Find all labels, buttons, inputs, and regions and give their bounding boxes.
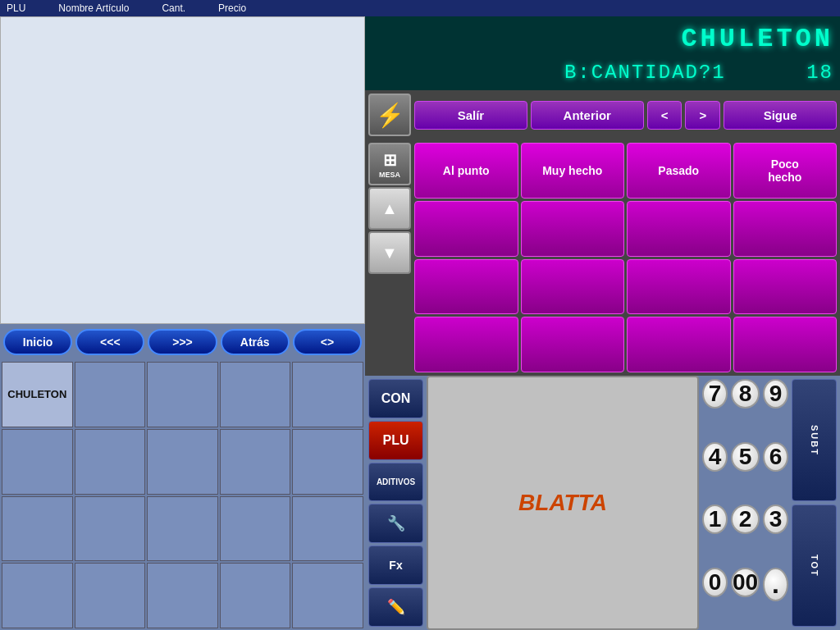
num-4[interactable]: 4 — [702, 442, 728, 472]
menu-btn-r3c1[interactable] — [414, 317, 518, 372]
lightning-button[interactable]: ⚡ — [368, 94, 411, 136]
category-cell-10[interactable] — [2, 496, 73, 562]
category-cell-18[interactable] — [220, 563, 291, 628]
category-cell-11[interactable] — [75, 496, 146, 562]
plu-col-header: PLU — [7, 2, 25, 14]
category-cell-19[interactable] — [292, 563, 363, 628]
category-cell-13[interactable] — [220, 496, 291, 562]
display-screen: CHULETON B:CANTIDAD?1 18 — [365, 16, 840, 90]
num-0[interactable]: 0 — [702, 568, 728, 597]
menu-area: ⊞ MESA ▲ ▼ Al punto Muy hecho Pasado Poc… — [365, 139, 840, 376]
func-col: CON PLU ADITIVOS 🔧 Fx ✏️ — [365, 376, 427, 630]
menu-btn-r2c4[interactable] — [733, 259, 838, 315]
num-2[interactable]: 2 — [731, 504, 760, 534]
category-cell-9[interactable] — [292, 429, 363, 495]
sigue-button[interactable]: Sigue — [724, 101, 837, 130]
menu-btn-r2c1[interactable] — [414, 259, 518, 315]
num-6[interactable]: 6 — [763, 442, 788, 472]
display-prompt-text: B:CANTIDAD?1 — [564, 62, 726, 84]
left-arrow-button[interactable]: < — [647, 101, 682, 130]
side-buttons: S​U​B​T T​O​T — [792, 379, 837, 627]
right-arrow-button[interactable]: > — [685, 101, 720, 130]
category-cell-12[interactable] — [147, 496, 218, 562]
control-row: ⚡ Salír Anterior < > Sigue — [365, 90, 840, 139]
right-panel: CHULETON B:CANTIDAD?1 18 ⚡ Salír Anterio… — [365, 16, 840, 630]
menu-btn-r2c3[interactable] — [627, 259, 731, 315]
scroll-down-button[interactable]: ▼ — [368, 231, 411, 274]
salir-button[interactable]: Salír — [414, 101, 527, 130]
menu-buttons: Al punto Muy hecho Pasado Poco hecho — [413, 141, 838, 374]
category-cell-7[interactable] — [147, 429, 218, 495]
category-cell-17[interactable] — [147, 563, 218, 628]
nombre-col-header: Nombre Artículo — [58, 2, 129, 14]
category-grid: CHULETON — [0, 360, 365, 630]
category-cell-15[interactable] — [2, 563, 73, 628]
aditivos-button[interactable]: ADITIVOS — [368, 463, 423, 502]
category-cell-0[interactable]: CHULETON — [2, 362, 73, 427]
cant-col-header: Cant. — [162, 2, 185, 14]
wrench-button[interactable]: 🔧 — [368, 504, 423, 543]
num-dot[interactable]: . — [763, 568, 788, 601]
al-punto-button[interactable]: Al punto — [414, 143, 518, 199]
muy-hecho-button[interactable]: Muy hecho — [521, 143, 625, 199]
menu-btn-r1c4[interactable] — [733, 201, 838, 257]
num-9[interactable]: 9 — [763, 379, 788, 409]
tot-button[interactable]: T​O​T — [792, 504, 837, 627]
numpad-area: 7 8 9 4 5 6 1 2 3 0 00 . S​U​B​T T​O​T — [699, 376, 840, 630]
anterior-button[interactable]: Anterior — [531, 101, 644, 130]
eraser-button[interactable]: ✏️ — [368, 587, 423, 627]
menu-btn-r2c2[interactable] — [521, 259, 625, 315]
category-cell-4[interactable] — [292, 362, 363, 427]
category-cell-6[interactable] — [75, 429, 146, 495]
category-cell-8[interactable] — [220, 429, 291, 495]
blatta-button[interactable]: BLATTA — [427, 376, 699, 630]
menu-btn-r3c2[interactable] — [521, 317, 625, 372]
pasado-button[interactable]: Pasado — [627, 143, 731, 199]
subt-button[interactable]: S​U​B​T — [792, 379, 837, 501]
precio-col-header: Precio — [218, 2, 246, 14]
next-button[interactable]: >>> — [148, 329, 217, 355]
side-controls: ⊞ MESA ▲ ▼ — [367, 141, 413, 374]
fx-button[interactable]: Fx — [368, 546, 423, 585]
mesa-label: MESA — [379, 171, 400, 179]
inicio-button[interactable]: Inicio — [3, 329, 72, 355]
main-layout: Inicio <<< >>> Atrás <> CHULETON — [0, 16, 840, 630]
category-cell-2[interactable] — [147, 362, 218, 427]
display-title: CHULETON — [681, 24, 833, 54]
toggle-button[interactable]: <> — [293, 329, 362, 355]
menu-btn-r1c3[interactable] — [627, 201, 731, 257]
prev-button[interactable]: <<< — [75, 329, 144, 355]
display-prompt: B:CANTIDAD?1 18 — [564, 62, 833, 84]
category-cell-1[interactable] — [75, 362, 146, 427]
left-panel: Inicio <<< >>> Atrás <> CHULETON — [0, 16, 365, 630]
num-5[interactable]: 5 — [731, 442, 760, 472]
category-cell-14[interactable] — [292, 496, 363, 562]
num-00[interactable]: 00 — [731, 568, 760, 597]
mesa-button[interactable]: ⊞ MESA — [368, 143, 411, 185]
category-cell-5[interactable] — [2, 429, 73, 495]
poco-hecho-button[interactable]: Poco hecho — [733, 143, 838, 199]
nav-buttons: Inicio <<< >>> Atrás <> — [0, 324, 365, 360]
num-7[interactable]: 7 — [702, 379, 728, 409]
category-cell-3[interactable] — [220, 362, 291, 427]
atras-button[interactable]: Atrás — [221, 329, 290, 355]
scroll-up-button[interactable]: ▲ — [368, 187, 411, 230]
menu-btn-r1c1[interactable] — [414, 201, 518, 257]
menu-btn-r3c4[interactable] — [733, 317, 838, 372]
bottom-area: CON PLU ADITIVOS 🔧 Fx ✏️ BLATTA 7 8 9 4 … — [365, 376, 840, 630]
numpad-grid: 7 8 9 4 5 6 1 2 3 0 00 . — [702, 379, 788, 627]
mesa-icon: ⊞ — [383, 150, 397, 170]
order-list — [0, 16, 365, 324]
num-1[interactable]: 1 — [702, 504, 728, 534]
con-button[interactable]: CON — [368, 379, 423, 418]
num-3[interactable]: 3 — [763, 504, 788, 534]
top-bar: PLU Nombre Artículo Cant. Precio — [0, 0, 840, 16]
display-value: 18 — [806, 62, 833, 84]
menu-btn-r1c2[interactable] — [521, 201, 625, 257]
category-cell-16[interactable] — [75, 563, 146, 628]
menu-btn-r3c3[interactable] — [627, 317, 731, 372]
num-8[interactable]: 8 — [731, 379, 760, 409]
plu-button[interactable]: PLU — [368, 421, 423, 460]
